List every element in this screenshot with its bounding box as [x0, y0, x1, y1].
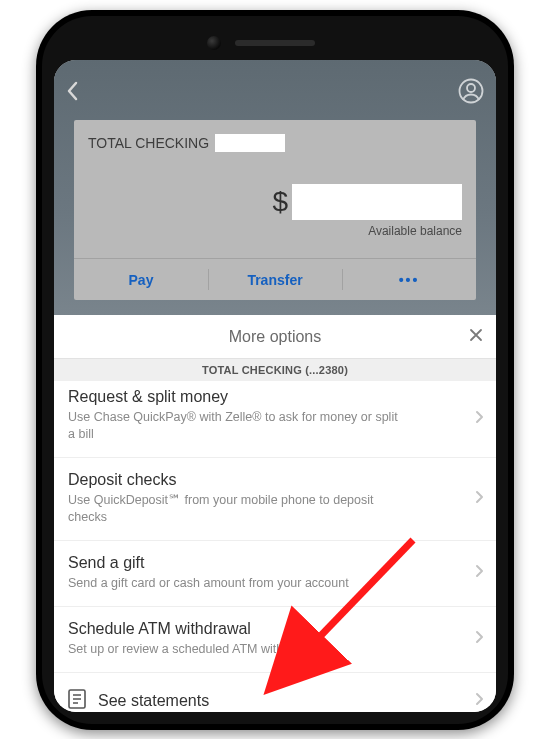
more-options-sheet: More options TOTAL CHECKING (...2380) Re…: [54, 315, 496, 712]
document-icon: [68, 689, 86, 712]
phone-speaker: [235, 40, 315, 46]
nav-bar: [54, 60, 496, 100]
option-title: Schedule ATM withdrawal: [68, 619, 456, 638]
option-title: Deposit checks: [68, 470, 456, 489]
chevron-right-icon: [475, 692, 484, 710]
option-title: Send a gift: [68, 553, 456, 572]
profile-button[interactable]: [458, 78, 484, 104]
option-deposit-checks[interactable]: Deposit checks Use QuickDeposit℠ from yo…: [54, 458, 496, 541]
close-button[interactable]: [468, 327, 484, 347]
more-button[interactable]: •••: [342, 259, 476, 300]
option-schedule-atm[interactable]: Schedule ATM withdrawal Set up or review…: [54, 607, 496, 673]
chevron-right-icon: [475, 410, 484, 428]
account-header: TOTAL CHECKING $ Available balance Pay T…: [54, 60, 496, 315]
option-desc: Use QuickDeposit℠ from your mobile phone…: [68, 492, 408, 526]
pay-button[interactable]: Pay: [74, 259, 208, 300]
option-title: See statements: [98, 691, 209, 710]
card-actions: Pay Transfer •••: [74, 258, 476, 300]
phone-screen: Verizon 2:43 PM: [54, 60, 496, 712]
account-name-masked: [215, 134, 285, 152]
svg-point-5: [467, 84, 475, 92]
available-balance-label: Available balance: [88, 224, 462, 238]
stage: Verizon 2:43 PM: [0, 0, 550, 739]
option-request-split[interactable]: Request & split money Use Chase QuickPay…: [54, 381, 496, 458]
phone-frame: Verizon 2:43 PM: [36, 10, 514, 730]
option-send-gift[interactable]: Send a gift Send a gift card or cash amo…: [54, 541, 496, 607]
sheet-title: More options: [229, 328, 322, 346]
back-button[interactable]: [66, 80, 80, 102]
chevron-right-icon: [475, 490, 484, 508]
phone-inner: Verizon 2:43 PM: [42, 16, 508, 724]
chevron-right-icon: [475, 564, 484, 582]
sheet-subhead: TOTAL CHECKING (...2380): [54, 359, 496, 381]
account-card: TOTAL CHECKING $ Available balance Pay T…: [74, 120, 476, 300]
options-list: Request & split money Use Chase QuickPay…: [54, 381, 496, 712]
option-desc: Set up or review a scheduled ATM withdra…: [68, 641, 408, 658]
account-type-label: TOTAL CHECKING: [88, 135, 209, 151]
chevron-right-icon: [475, 630, 484, 648]
option-desc: Send a gift card or cash amount from you…: [68, 575, 408, 592]
transfer-button[interactable]: Transfer: [208, 259, 342, 300]
option-see-statements[interactable]: See statements: [54, 673, 496, 712]
sheet-header: More options: [54, 315, 496, 359]
option-title: Request & split money: [68, 387, 456, 406]
currency-symbol: $: [272, 186, 288, 218]
balance-masked: [292, 184, 462, 220]
option-desc: Use Chase QuickPay® with Zelle® to ask f…: [68, 409, 408, 443]
phone-camera: [207, 36, 221, 50]
